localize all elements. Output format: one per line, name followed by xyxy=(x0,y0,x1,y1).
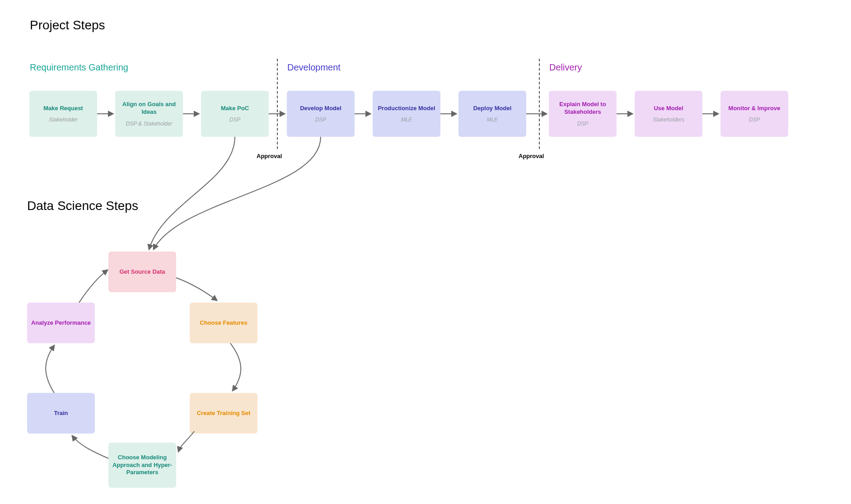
node-title: Create Training Set xyxy=(197,410,250,417)
heading-project-steps: Project Steps xyxy=(30,18,105,33)
node-title: Productionize Model xyxy=(378,105,435,112)
node-choose-modeling: Choose Modeling Approach and Hyper-Param… xyxy=(108,443,176,488)
node-choose-features: Choose Features xyxy=(190,303,257,343)
node-sub: MLE xyxy=(401,117,412,123)
node-sub: DSP xyxy=(315,117,327,123)
node-title: Get Source Data xyxy=(119,268,165,276)
node-sub: DSP xyxy=(749,117,760,123)
node-title: Develop Model xyxy=(300,105,341,112)
node-sub: MLE xyxy=(487,117,498,123)
node-make-poc: Make PoC DSP xyxy=(201,91,269,137)
divider-approval-2 xyxy=(539,59,540,149)
node-sub: DSP xyxy=(577,121,589,127)
node-title: Use Model xyxy=(654,105,683,112)
phase-label-delivery: Delivery xyxy=(549,62,582,73)
node-use-model: Use Model Stakeholders xyxy=(635,91,702,137)
node-title: Train xyxy=(54,410,68,417)
node-title: Make Request xyxy=(43,105,83,112)
node-develop-model: Develop Model DSP xyxy=(287,91,355,137)
node-sub: DSP & Stakeholder xyxy=(126,121,173,127)
node-align-goals: Align on Goals and Ideas DSP & Stakehold… xyxy=(115,91,183,137)
node-title: Choose Modeling Approach and Hyper-Param… xyxy=(112,454,173,477)
node-sub: Stakeholder xyxy=(49,117,78,123)
approval-label-2: Approval xyxy=(519,153,544,159)
node-title: Explain Model to Stakeholders xyxy=(552,101,613,116)
node-title: Monitor & Improve xyxy=(729,105,781,112)
node-monitor: Monitor & Improve DSP xyxy=(720,91,788,137)
heading-data-science-steps: Data Science Steps xyxy=(27,199,138,213)
divider-approval-1 xyxy=(277,59,278,149)
node-analyze-performance: Analyze Performance xyxy=(27,303,95,343)
phase-label-development: Development xyxy=(287,62,341,73)
node-title: Make PoC xyxy=(221,105,249,112)
phase-label-requirements: Requirements Gathering xyxy=(30,62,128,73)
node-create-training-set: Create Training Set xyxy=(190,393,257,434)
approval-label-1: Approval xyxy=(257,153,282,159)
node-title: Deploy Model xyxy=(473,105,512,112)
node-deploy: Deploy Model MLE xyxy=(458,91,526,137)
node-explain: Explain Model to Stakeholders DSP xyxy=(549,91,617,137)
node-title: Analyze Performance xyxy=(31,319,91,327)
node-sub: Stakeholders xyxy=(653,117,684,123)
node-title: Choose Features xyxy=(200,319,247,327)
node-train: Train xyxy=(27,393,95,434)
node-productionize: Productionize Model MLE xyxy=(373,91,440,137)
node-title: Align on Goals and Ideas xyxy=(119,101,179,116)
node-sub: DSP xyxy=(229,117,241,123)
node-get-source-data: Get Source Data xyxy=(108,252,176,292)
diagram-canvas: Project Steps Data Science Steps Require… xyxy=(0,0,851,504)
node-make-request: Make Request Stakeholder xyxy=(29,91,97,137)
